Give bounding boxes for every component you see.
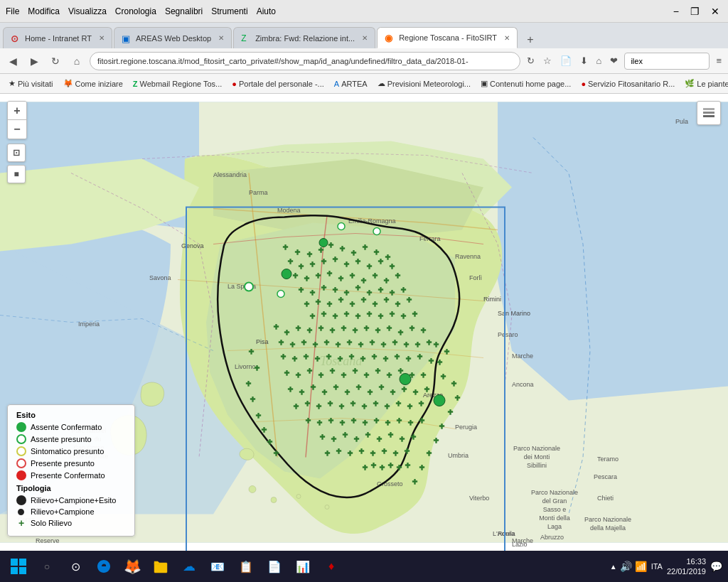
menu-cronologia[interactable]: Cronologia (115, 6, 156, 16)
legend-esito-title: Esito (16, 411, 126, 419)
bookmark-piu-visitati[interactable]: ★ Più visitati (4, 77, 58, 90)
fit-bounds-button[interactable]: ⊡ (7, 144, 26, 162)
tab-areas[interactable]: ▣ AREAS Web Desktop ✕ (114, 27, 232, 48)
notification-icon[interactable]: 💬 (710, 561, 722, 572)
svg-text:+: + (292, 354, 297, 364)
svg-text:+: + (424, 384, 429, 394)
svg-text:+: + (410, 323, 414, 333)
tab-close-home[interactable]: ✕ (99, 34, 105, 42)
zoom-in-button[interactable]: + (8, 102, 26, 120)
svg-text:+: + (374, 416, 379, 426)
svg-text:+: + (455, 393, 460, 403)
refresh-icon[interactable]: ↻ (525, 54, 537, 68)
menu-aiuto[interactable]: Aiuto (257, 6, 276, 16)
reader-icon[interactable]: 📄 (558, 54, 574, 68)
taskbar-outlook-button[interactable]: 📧 (205, 554, 230, 579)
legend-label-presente-presunto: Presente presunto (31, 459, 95, 468)
taskbar: ○ ⊙ 🦊 ☁ 📧 📋 📄 📊 ♦ ▲ 🔊 📶 ITA 16:33 22/01/… (0, 551, 728, 582)
taskbar-edge-button[interactable] (91, 554, 117, 579)
menu-modifica[interactable]: Modifica (28, 6, 60, 16)
tab-home-intranet[interactable]: ⊙ Home - Intranet RT ✕ (3, 27, 112, 48)
download-icon[interactable]: ⬇ (578, 54, 590, 68)
svg-rect-258 (703, 115, 714, 117)
svg-text:+: + (246, 379, 251, 389)
svg-rect-260 (703, 108, 714, 110)
bookmark-previsioni[interactable]: ☁ Previsioni Meteorologi... (373, 77, 475, 90)
menu-strumenti[interactable]: Strumenti (211, 6, 247, 16)
maximize-button[interactable]: ❐ (687, 6, 702, 17)
svg-text:+: + (415, 340, 420, 350)
svg-text:+: + (328, 399, 333, 409)
svg-text:+: + (358, 340, 363, 350)
bookmark-star-icon[interactable]: ☆ (541, 54, 554, 68)
tab-close-fitosirt[interactable]: ✕ (504, 34, 510, 42)
svg-text:Parco Nazionale: Parco Nazionale (513, 445, 560, 452)
layer-toggle-button[interactable] (697, 101, 721, 125)
svg-text:+: + (350, 271, 355, 281)
menu-segnalibri[interactable]: Segnalibri (165, 6, 203, 16)
taskbar-excel-button[interactable]: 📊 (290, 554, 316, 579)
tab-label-home: Home - Intranet RT (25, 34, 92, 43)
start-button[interactable] (6, 554, 31, 579)
taskbar-onedrive-button[interactable]: ☁ (176, 554, 202, 579)
svg-text:+: + (372, 352, 377, 362)
taskbar-notes-button[interactable]: 📋 (233, 554, 259, 579)
bookmark-piante[interactable]: 🌿 Le piante geneticame... (680, 77, 728, 90)
bookmark-portale[interactable]: ● Portale del personale -... (228, 78, 328, 90)
new-tab-button[interactable]: + (522, 31, 539, 48)
bookmark-contenuti[interactable]: ▣ Contenuti home page... (476, 77, 575, 90)
bookmark-servizio-fito[interactable]: ● Servizio Fitosanitario R... (577, 78, 679, 90)
svg-text:+: + (379, 382, 384, 392)
bookmark-webmail[interactable]: Z Webmail Regione Tos... (129, 78, 227, 90)
taskbar-word-button[interactable]: 📄 (262, 554, 287, 579)
taskbar-language[interactable]: ITA (651, 562, 663, 571)
tab-zimbra[interactable]: Z Zimbra: Fwd: Relazione int... ✕ (233, 27, 375, 48)
svg-text:+: + (355, 257, 360, 266)
forward-button[interactable]: ▶ (26, 53, 43, 70)
svg-text:Laga: Laga (547, 523, 562, 530)
taskbar-firefox-button[interactable]: 🦊 (119, 554, 145, 579)
zoom-out-button[interactable]: − (8, 120, 26, 139)
svg-text:Parco Nazionale: Parco Nazionale (531, 489, 578, 496)
tab-close-areas[interactable]: ✕ (218, 34, 224, 42)
tab-close-zimbra[interactable]: ✕ (362, 34, 368, 42)
menu-file[interactable]: File (6, 6, 19, 16)
taskbar-cortana-button[interactable]: ⊙ (63, 554, 88, 579)
svg-text:+: + (359, 446, 364, 456)
taskbar-acrobat-button[interactable]: ♦ (318, 554, 344, 579)
layer-control[interactable] (697, 101, 721, 125)
svg-text:Reserve: Reserve (36, 537, 60, 544)
marker-button[interactable]: ■ (7, 165, 26, 183)
reload-button[interactable]: ↻ (47, 53, 64, 70)
back-button[interactable]: ◀ (4, 53, 21, 70)
bookmark-come-iniziare[interactable]: 🦊 Come iniziare (59, 77, 127, 90)
menu-visualizza[interactable]: Visualizza (68, 6, 107, 16)
svg-text:+: + (355, 311, 360, 321)
url-input[interactable] (90, 52, 520, 70)
svg-text:+: + (413, 387, 418, 397)
taskbar-search-button[interactable]: ○ (34, 554, 60, 579)
svg-text:+: + (326, 352, 331, 362)
svg-text:dei Monti: dei Monti (524, 453, 550, 460)
map-container[interactable]: Toscana Par (0, 94, 728, 551)
pocket-icon[interactable]: ❤ (608, 54, 620, 68)
legend-item-presente-confermato: Presente Confermato (16, 470, 126, 480)
home-nav-icon[interactable]: ⌂ (594, 54, 604, 68)
bookmark-icon-contenuti: ▣ (481, 79, 488, 88)
home-button[interactable]: ⌂ (68, 53, 85, 70)
close-button[interactable]: ✕ (708, 6, 722, 17)
minimize-button[interactable]: − (670, 6, 682, 17)
tray-network-icon[interactable]: 📶 (635, 561, 647, 572)
bookmark-label-webmail: Webmail Regione Tos... (140, 80, 223, 88)
svg-text:del Gran: del Gran (542, 497, 567, 505)
search-input[interactable] (624, 53, 710, 70)
menu-icon[interactable]: ≡ (714, 54, 724, 68)
clock[interactable]: 16:33 22/01/2019 (667, 556, 706, 577)
taskbar-explorer-button[interactable] (148, 554, 173, 579)
svg-text:+: + (405, 446, 410, 456)
svg-text:+: + (368, 387, 373, 397)
tab-fitosirt[interactable]: ◉ Regione Toscana - FitoSIRT ✕ (377, 27, 518, 48)
tray-up-arrow-icon[interactable]: ▲ (610, 563, 617, 571)
bookmark-artea[interactable]: A ARTEA (330, 78, 372, 90)
tray-volume-icon[interactable]: 🔊 (620, 561, 632, 572)
